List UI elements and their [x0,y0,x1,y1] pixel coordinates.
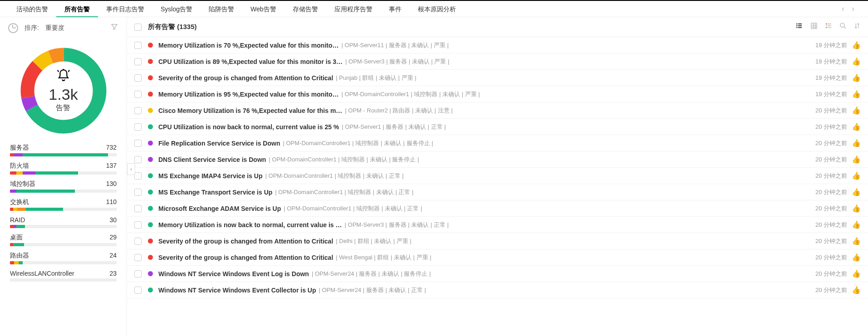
row-checkbox[interactable] [134,58,142,65]
severity-dot [148,59,153,64]
view-grid-icon[interactable] [810,22,818,32]
row-checkbox[interactable] [134,221,142,229]
row-checkbox[interactable] [134,189,142,196]
tab-next-icon[interactable]: › [850,4,856,14]
alarm-time: 20 分钟之前 [815,188,847,196]
alarm-row[interactable]: CPU Utilization is 89 %,Expected value f… [127,54,868,70]
alarm-meta: | Punjab | 群组 | 未确认 | 严重 | [336,74,416,82]
alarm-row[interactable]: Windows NT Service Windows Event Log is … [127,266,868,282]
category-item[interactable]: RAID30 [10,216,117,228]
sort-arrows-icon[interactable] [853,22,861,32]
thumbs-up-icon[interactable]: 👍 [852,41,861,49]
alarm-row[interactable]: Memory Utilization is now back to normal… [127,217,868,233]
category-item[interactable]: 域控制器130 [10,180,117,193]
select-all-checkbox[interactable] [134,24,142,31]
view-color-icon[interactable] [824,22,833,32]
alarm-message: MS Exchange IMAP4 Service is Up [158,172,263,180]
alarm-time: 20 分钟之前 [815,156,847,164]
thumbs-up-icon[interactable]: 👍 [852,57,861,66]
row-checkbox[interactable] [134,42,142,49]
row-checkbox[interactable] [134,238,142,245]
category-count: 29 [109,234,117,242]
row-checkbox[interactable] [134,140,142,147]
thumbs-up-icon[interactable]: 👍 [852,155,861,164]
category-item[interactable]: 服务器732 [10,144,117,156]
search-icon[interactable] [839,22,847,32]
tab-6[interactable]: 存储告警 [284,1,326,17]
category-item[interactable]: 交换机110 [10,198,117,211]
sidebar-collapse-icon[interactable]: ‹ [127,163,135,175]
row-checkbox[interactable] [134,156,142,163]
thumbs-up-icon[interactable]: 👍 [852,90,861,98]
alarm-row[interactable]: Memory Utilization is 95 %,Expected valu… [127,86,868,102]
thumbs-up-icon[interactable]: 👍 [852,237,861,245]
category-item[interactable]: 路由器24 [10,252,117,264]
row-checkbox[interactable] [134,172,142,180]
category-item[interactable]: WirelessLANController23 [10,270,117,282]
thumbs-up-icon[interactable]: 👍 [852,139,861,147]
alarm-row[interactable]: Severity of the group is changed from At… [127,70,868,86]
row-checkbox[interactable] [134,254,142,261]
row-checkbox[interactable] [134,270,142,278]
thumbs-up-icon[interactable]: 👍 [852,188,861,196]
row-checkbox[interactable] [134,205,142,212]
list-header: 所有告警 (1335) [127,17,868,37]
severity-dot [148,190,153,195]
alarm-donut-chart[interactable]: 1.3k 告警 [16,43,111,138]
row-checkbox[interactable] [134,91,142,98]
row-checkbox[interactable] [134,107,142,114]
row-checkbox[interactable] [134,74,142,82]
tab-prev-icon[interactable]: ‹ [840,4,846,14]
tab-0[interactable]: 活动的告警 [8,1,56,17]
row-checkbox[interactable] [134,123,142,131]
donut-value: 1.3k [49,86,78,103]
tab-3[interactable]: Syslog告警 [152,1,201,17]
alarm-row[interactable]: Microsoft Exchange ADAM Service is Up| O… [127,200,868,217]
alarm-row[interactable]: MS Exchange Transport Service is Up| OPM… [127,184,868,200]
category-name: 路由器 [10,252,29,260]
filter-icon[interactable] [110,23,118,33]
alarm-row[interactable]: File Replication Service Service is Down… [127,135,868,151]
category-name: 桌面 [10,234,23,242]
thumbs-up-icon[interactable]: 👍 [852,73,861,82]
thumbs-up-icon[interactable]: 👍 [852,269,861,278]
tab-8[interactable]: 事件 [381,1,410,17]
list-title: 所有告警 (1335) [148,23,197,31]
thumbs-up-icon[interactable]: 👍 [852,253,861,262]
alarm-row[interactable]: Cisco Memory Utilization is 76 %,Expecte… [127,102,868,119]
tab-7[interactable]: 应用程序告警 [326,1,381,17]
thumbs-up-icon[interactable]: 👍 [852,122,861,131]
alarm-message: File Replication Service Service is Down [158,140,280,147]
sort-value[interactable]: 重要度 [45,24,64,32]
severity-dot [148,287,153,292]
thumbs-up-icon[interactable]: 👍 [852,286,861,294]
tab-2[interactable]: 事件日志告警 [98,1,152,17]
alarm-message: DNS Client Service Service is Down [158,156,266,163]
alarm-row[interactable]: Memory Utilization is 70 %,Expected valu… [127,37,868,54]
category-count: 24 [109,252,117,260]
alarm-row[interactable]: Windows NT Service Windows Event Collect… [127,282,868,298]
alarm-row[interactable]: CPU Utilization is now back to normal, c… [127,119,868,135]
svg-rect-15 [828,25,831,26]
alarm-meta: | Delhi | 群组 | 未确认 | 严重 | [336,237,411,245]
alarm-row[interactable]: MS Exchange IMAP4 Service is Up| OPM-Dom… [127,168,868,184]
tab-4[interactable]: 陷阱告警 [201,1,242,17]
thumbs-up-icon[interactable]: 👍 [852,220,861,229]
clock-icon[interactable] [8,23,18,33]
view-list-icon[interactable] [794,22,804,32]
tab-9[interactable]: 根本原因分析 [410,1,464,17]
alarm-row[interactable]: DNS Client Service Service is Down| OPM-… [127,151,868,168]
thumbs-up-icon[interactable]: 👍 [852,204,861,213]
category-item[interactable]: 防火墙137 [10,162,117,175]
alarm-row[interactable]: Severity of the group is changed from At… [127,249,868,266]
category-name: 交换机 [10,198,29,206]
row-checkbox[interactable] [134,287,142,294]
thumbs-up-icon[interactable]: 👍 [852,171,861,180]
alarm-row[interactable]: Severity of the group is changed from At… [127,233,868,249]
svg-rect-14 [826,25,827,26]
thumbs-up-icon[interactable]: 👍 [852,106,861,115]
category-item[interactable]: 桌面29 [10,234,117,246]
tab-5[interactable]: Web告警 [242,1,284,17]
tab-1[interactable]: 所有告警 [56,1,98,17]
alarm-meta: | OPM-DomainController1 | 域控制器 | 未确认 | 服… [269,156,419,164]
